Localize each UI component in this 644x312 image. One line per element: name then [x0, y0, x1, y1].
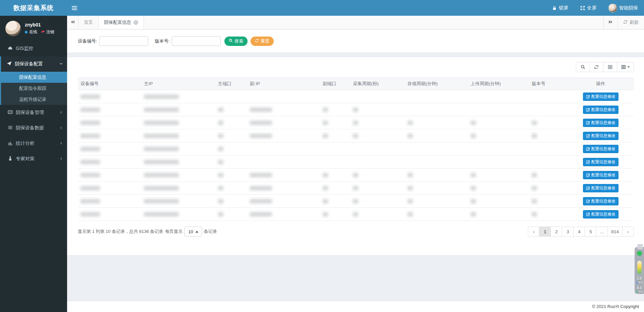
table-cell-redacted: [350, 195, 405, 208]
table-cell-redacted: [215, 182, 247, 195]
sidebar-item-device-config[interactable]: 阴保设备配置: [1, 56, 67, 72]
page-ellipsis[interactable]: ...: [596, 227, 608, 237]
table-cell-redacted: [529, 103, 567, 116]
device-no-input[interactable]: [99, 36, 148, 46]
sidebar-item-config-info[interactable]: 阴保配置信息: [1, 72, 67, 83]
user-menu[interactable]: 智能阴保: [602, 0, 644, 16]
sidebar-item-expert[interactable]: 专家对策: [0, 151, 67, 167]
app-root: 数据采集系统 锁屏 全屏: [0, 0, 644, 312]
table-cell-redacted: [529, 195, 567, 208]
app-logo[interactable]: 数据采集系统: [0, 0, 67, 16]
table-cell-redacted: [215, 195, 247, 208]
hamburger-icon: [72, 5, 77, 11]
table-cell-redacted: [468, 169, 529, 182]
tab-scroll-right-button[interactable]: [603, 16, 618, 29]
page-button-2[interactable]: 2: [551, 227, 562, 237]
lock-screen-button[interactable]: 锁屏: [546, 0, 574, 16]
modify-config-button[interactable]: 配置信息修改: [583, 210, 619, 219]
table-refresh-button[interactable]: [590, 62, 603, 72]
sidebar-item-device-manage[interactable]: 阴保设备管理: [0, 105, 67, 120]
modify-config-button[interactable]: 配置信息修改: [583, 119, 619, 127]
modify-config-button[interactable]: 配置信息修改: [583, 197, 619, 205]
search-icon: [229, 39, 233, 44]
refresh-icon: [623, 20, 628, 25]
idcard-icon: [8, 110, 13, 116]
logout-button[interactable]: 注销: [41, 29, 54, 35]
sidebar-toggle-button[interactable]: [67, 0, 82, 16]
table-search-button[interactable]: [576, 62, 590, 72]
table-cell-redacted: [78, 155, 141, 169]
sidebar-item-gis[interactable]: GIS监控: [0, 41, 67, 56]
version-input[interactable]: [172, 36, 221, 46]
page-button-3[interactable]: 3: [562, 227, 574, 237]
sidebar-username: znyb01: [25, 22, 54, 27]
col-store-period: 存储周期(分钟): [405, 78, 468, 90]
online-status-label: 在线: [29, 29, 37, 35]
table-cell-redacted: [215, 142, 247, 155]
tab-home[interactable]: 首页: [78, 16, 99, 29]
table-row: 配置信息修改: [78, 155, 634, 169]
table-cell-redacted: [529, 142, 567, 155]
upload-speed-value: 1.0: [636, 277, 643, 281]
search-button[interactable]: 搜索: [224, 37, 248, 46]
table-cell-redacted: [529, 169, 567, 182]
modify-config-button[interactable]: 配置信息修改: [583, 171, 619, 179]
table-columns-button[interactable]: [617, 62, 634, 72]
modify-config-button[interactable]: 配置信息修改: [583, 158, 619, 166]
refresh-icon: [594, 65, 599, 69]
modify-config-button[interactable]: 配置信息修改: [583, 145, 619, 153]
table-cell-redacted: [350, 169, 405, 182]
table-cell-redacted: [78, 169, 141, 182]
table-detail-view-button[interactable]: [603, 62, 617, 72]
page-size-select[interactable]: 10: [184, 227, 202, 237]
net-widget-handle[interactable]: [637, 244, 643, 249]
tab-close-icon[interactable]: ✕: [133, 20, 138, 25]
modify-config-button[interactable]: 配置信息修改: [583, 92, 619, 101]
table-cell-redacted: [141, 116, 215, 129]
caret-up-icon: [196, 231, 198, 233]
page-button-4[interactable]: 4: [574, 227, 585, 237]
reset-button[interactable]: 重置: [251, 37, 274, 46]
table-cell-redacted: [141, 208, 215, 221]
table-cell-redacted: [247, 142, 320, 155]
page-button-1[interactable]: 1: [539, 227, 551, 237]
tab-config-info[interactable]: 阴保配置信息 ✕: [99, 16, 144, 29]
sidebar-item-device-data[interactable]: 阴保设备数据: [0, 120, 67, 136]
table-cell-redacted: [405, 90, 468, 103]
list-icon: [8, 125, 13, 131]
modify-config-button[interactable]: 配置信息修改: [583, 106, 619, 114]
table-cell-redacted: [215, 90, 247, 103]
sidebar-item-statistics[interactable]: 统计分析: [0, 136, 67, 151]
table-row: 配置信息修改: [78, 129, 634, 142]
sidebar: znyb01 在线 注销 GIS监控: [0, 16, 67, 312]
net-speed-widget[interactable]: 1.0 K/s 0.1 K/s: [635, 247, 644, 294]
table-cell-redacted: [405, 208, 468, 221]
table-cell-redacted: [405, 116, 468, 129]
sidebar-submenu: 阴保配置信息 配置指令跟踪 远程升级记录: [1, 72, 67, 105]
table-cell-redacted: [320, 195, 350, 208]
chevron-left-icon: [59, 156, 63, 162]
tab-scroll-left-button[interactable]: [67, 16, 78, 29]
table-cell-redacted: [215, 129, 247, 142]
table-cell-redacted: [529, 90, 567, 103]
sidebar-item-remote-upgrade[interactable]: 远程升级记录: [1, 94, 67, 105]
table-cell-redacted: [141, 90, 215, 103]
page-button-814[interactable]: 814: [608, 227, 623, 237]
fullscreen-button[interactable]: 全屏: [574, 0, 602, 16]
table-cell-redacted: [320, 208, 350, 221]
gauge-pill: [637, 261, 642, 273]
table-cell-redacted: [320, 182, 350, 195]
table-row: 配置信息修改: [78, 169, 634, 182]
double-left-icon: [70, 20, 75, 25]
modify-config-button[interactable]: 配置信息修改: [583, 132, 619, 140]
page-prev-button[interactable]: ‹: [528, 227, 539, 237]
content-area: 首页 阴保配置信息 ✕ 刷新 设备编号: 版本号:: [67, 16, 644, 312]
table-cell-redacted: [78, 129, 141, 142]
page-button-5[interactable]: 5: [585, 227, 596, 237]
sidebar-item-command-trace[interactable]: 配置指令跟踪: [1, 83, 67, 94]
modify-config-button[interactable]: 配置信息修改: [583, 184, 619, 192]
upload-speed-unit: K/s: [639, 281, 643, 285]
sidebar-group-config: 阴保设备配置 阴保配置信息 配置指令跟踪 远程升级记录: [0, 56, 67, 105]
refresh-tab-button[interactable]: 刷新: [618, 16, 644, 29]
page-next-button[interactable]: ›: [623, 227, 634, 237]
